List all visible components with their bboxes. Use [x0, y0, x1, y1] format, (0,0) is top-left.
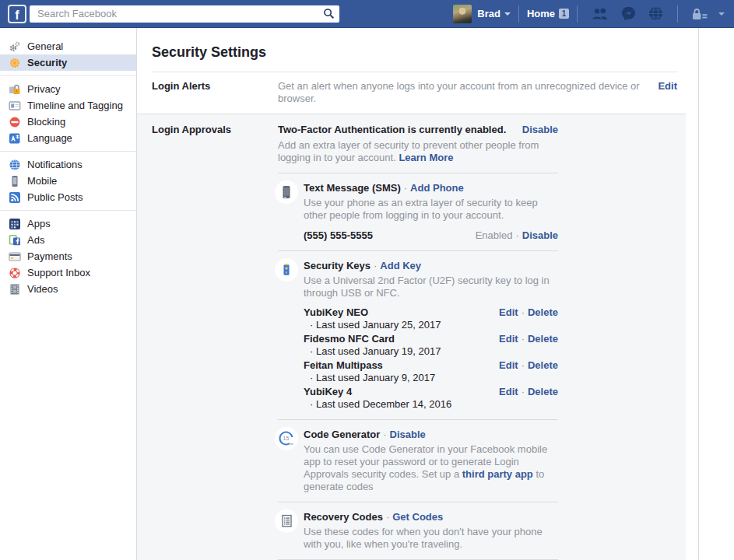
- home-notification-badge: 1: [559, 9, 569, 19]
- lock-icon: [9, 83, 21, 96]
- separator-dot: ·: [383, 429, 386, 440]
- key-delete-link[interactable]: Delete: [528, 386, 558, 397]
- sidebar-group: Notifications Mobile Public Posts: [0, 151, 136, 205]
- security-key-row: YubiKey NEO · Last used January 25, 2017…: [304, 306, 558, 331]
- security-badge-icon: [9, 57, 21, 69]
- search-box: [30, 5, 339, 23]
- login-alerts-row: Login Alerts Get an alert when anyone lo…: [137, 72, 698, 114]
- two-factor-disable-link[interactable]: Disable: [522, 124, 558, 136]
- key-delete-link[interactable]: Delete: [528, 306, 558, 318]
- profile-name[interactable]: Brad: [477, 8, 500, 19]
- sidebar-item-label: Public Posts: [27, 191, 83, 203]
- sidebar-item-label: Language: [27, 132, 72, 144]
- sidebar-item-label: Timeline and Tagging: [27, 100, 123, 111]
- sidebar-item-support-inbox[interactable]: Support Inbox: [0, 264, 136, 281]
- sidebar-item-security[interactable]: Security: [0, 54, 136, 71]
- security-key-info: Fidesmo NFC Card · Last used January 19,…: [304, 333, 441, 358]
- add-key-link[interactable]: Add Key: [380, 260, 421, 271]
- search-input[interactable]: [36, 7, 323, 20]
- key-edit-link[interactable]: Edit: [499, 359, 518, 371]
- sidebar-item-blocking[interactable]: Blocking: [0, 114, 136, 130]
- sidebar-item-general[interactable]: General: [0, 38, 136, 54]
- security-key-row: YubiKey 4 · Last used December 14, 2016 …: [304, 386, 558, 411]
- divider: [278, 173, 558, 173]
- sidebar-item-mobile[interactable]: Mobile: [0, 173, 136, 189]
- sidebar-item-label: Support Inbox: [27, 267, 90, 278]
- security-key-name: YubiKey 4: [304, 386, 451, 398]
- timeline-icon: [9, 100, 21, 112]
- key-edit-link[interactable]: Edit: [499, 333, 518, 345]
- sidebar-item-language[interactable]: Language: [0, 130, 136, 146]
- security-key-info: Feitan Multipass · Last used January 9, …: [304, 359, 435, 384]
- security-keys-description: Use a Universal 2nd Factor (U2F) securit…: [304, 275, 558, 299]
- credit-card-icon: [9, 250, 21, 263]
- divider: [278, 250, 558, 251]
- security-key-icon: [275, 258, 298, 282]
- get-codes-link[interactable]: Get Codes: [392, 511, 443, 523]
- ads-icon: [9, 234, 21, 247]
- code-generator-description: You can use Code Generator in your Faceb…: [304, 443, 558, 493]
- sidebar-item-label: Ads: [27, 234, 44, 246]
- sidebar-item-payments[interactable]: Payments: [0, 248, 136, 264]
- sidebar-item-label: Notifications: [27, 159, 83, 170]
- sidebar-item-public-posts[interactable]: Public Posts: [0, 189, 136, 205]
- code-generator-disable-link[interactable]: Disable: [390, 429, 426, 440]
- separator-dot: ·: [522, 359, 525, 371]
- sidebar-item-label: Mobile: [27, 175, 57, 187]
- recovery-codes-body: Recovery Codes·Get Codes Use these codes…: [304, 511, 558, 551]
- privacy-shortcuts-lock-icon[interactable]: [692, 8, 708, 20]
- sidebar-item-label: Videos: [27, 283, 58, 295]
- settings-sidebar: General Security Privacy Timeline and Ta…: [0, 28, 137, 560]
- separator-dot: ·: [386, 511, 389, 523]
- key-delete-link[interactable]: Delete: [528, 333, 558, 345]
- friend-requests-icon[interactable]: [592, 7, 609, 20]
- sms-body: Text Message (SMS)·Add Phone Use your ph…: [304, 182, 558, 242]
- settings-main-panel: Security Settings Login Alerts Get an al…: [137, 28, 699, 560]
- key-edit-link[interactable]: Edit: [499, 306, 518, 318]
- recovery-codes-title-line: Recovery Codes·Get Codes: [304, 511, 558, 523]
- topbar-right-cluster: Brad Home 1: [453, 5, 725, 23]
- profile-caret-icon[interactable]: [504, 12, 511, 16]
- sidebar-item-timeline-tagging[interactable]: Timeline and Tagging: [0, 97, 136, 114]
- security-keys-title: Security Keys: [304, 260, 371, 271]
- sidebar-group: Privacy Timeline and Tagging Blocking La…: [0, 75, 136, 146]
- account-menu-caret-icon[interactable]: [718, 12, 725, 16]
- home-link[interactable]: Home 1: [527, 8, 569, 19]
- topbar-divider: [518, 5, 519, 23]
- login-alerts-label: Login Alerts: [137, 80, 278, 93]
- login-approvals-description: Add an extra layer of security to preven…: [278, 139, 558, 164]
- security-key-actions: Edit·Delete: [499, 306, 558, 331]
- recovery-codes-subsection: Recovery Codes·Get Codes Use these codes…: [278, 511, 558, 551]
- separator-dot: ·: [515, 229, 518, 241]
- learn-more-link[interactable]: Learn More: [399, 152, 453, 163]
- messenger-icon[interactable]: [621, 6, 636, 21]
- sms-title-line: Text Message (SMS)·Add Phone: [304, 182, 558, 194]
- login-approvals-label: Login Approvals: [137, 124, 278, 136]
- avatar[interactable]: [453, 5, 472, 23]
- key-edit-link[interactable]: Edit: [499, 386, 518, 397]
- sidebar-item-videos[interactable]: Videos: [0, 281, 136, 297]
- security-keys-subsection: Security Keys·Add Key Use a Universal 2n…: [278, 260, 558, 411]
- sidebar-item-notifications[interactable]: Notifications: [0, 156, 136, 173]
- security-key-last-used: · Last used January 25, 2017: [304, 319, 441, 331]
- key-delete-link[interactable]: Delete: [528, 359, 558, 371]
- sms-phone-row: (555) 555-5555 Enabled·Disable: [304, 229, 558, 242]
- login-alerts-edit-link[interactable]: Edit: [658, 80, 677, 93]
- sms-disable-link[interactable]: Disable: [522, 229, 558, 241]
- sidebar-group: Apps Ads Payments Support Inbox Videos: [0, 210, 136, 297]
- add-phone-link[interactable]: Add Phone: [410, 182, 464, 194]
- sidebar-item-ads[interactable]: Ads: [0, 232, 136, 248]
- sidebar-item-privacy[interactable]: Privacy: [0, 81, 136, 97]
- third-party-app-link[interactable]: third party app: [462, 468, 533, 480]
- globe-icon: [9, 159, 21, 171]
- notifications-globe-icon[interactable]: [648, 6, 663, 21]
- sidebar-item-apps[interactable]: Apps: [0, 215, 136, 232]
- security-key-info: YubiKey NEO · Last used January 25, 2017: [304, 306, 441, 331]
- block-icon: [9, 116, 21, 128]
- recovery-codes-description: Use these codes for when you don't have …: [304, 526, 558, 551]
- facebook-logo[interactable]: f: [8, 5, 26, 23]
- security-key-row: Feitan Multipass · Last used January 9, …: [304, 359, 558, 384]
- security-key-last-used: · Last used January 9, 2017: [304, 372, 435, 384]
- search-icon[interactable]: [323, 8, 335, 19]
- page-title: Security Settings: [152, 44, 698, 61]
